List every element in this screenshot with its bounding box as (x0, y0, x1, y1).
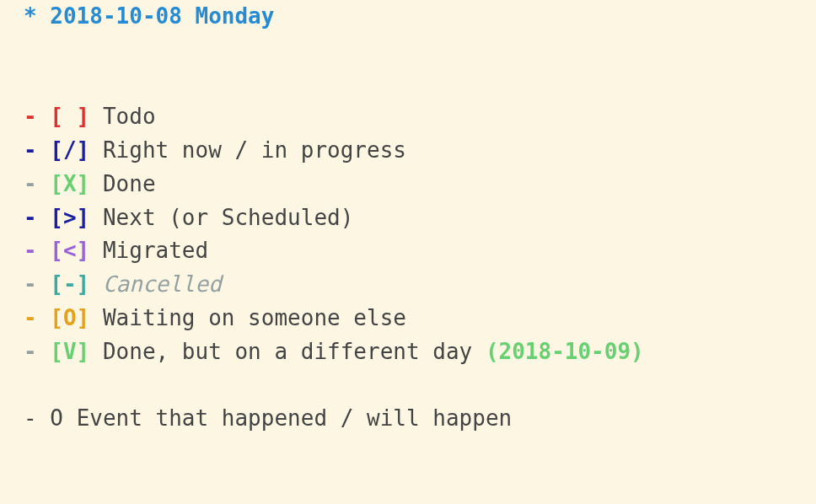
event-dash: - (24, 405, 37, 431)
heading-line: * 2018-10-08 Monday (24, 0, 792, 34)
task-dash: - (24, 339, 37, 364)
task-line: - [>] Next (or Scheduled) (24, 201, 792, 235)
blank-line (24, 34, 792, 67)
task-dash: - (24, 104, 37, 129)
event-label: Event that happened / will happen (77, 405, 513, 431)
task-line: - [/] Right now / in progress (24, 134, 792, 168)
task-label: Waiting on someone else (103, 305, 406, 330)
blank-line (24, 368, 792, 402)
task-dash: - (24, 271, 37, 297)
task-label: Todo (103, 104, 156, 129)
task-label: Cancelled (103, 271, 222, 297)
task-marker: [X] (50, 171, 89, 196)
event-mark: O (50, 405, 63, 431)
blank-line (24, 67, 792, 101)
task-marker: [/] (50, 137, 89, 163)
task-label: Next (or Scheduled) (103, 205, 353, 230)
task-line: - [-] Cancelled (24, 268, 792, 302)
item-list: - [ ] Todo- [/] Right now / in progress-… (24, 100, 792, 368)
task-label: Migrated (103, 238, 208, 263)
task-marker: [V] (50, 339, 89, 364)
task-marker: [O] (50, 305, 89, 330)
heading-text: 2018-10-08 Monday (50, 3, 274, 29)
task-marker: [>] (50, 205, 89, 230)
task-dash: - (24, 205, 37, 230)
task-line: - [ ] Todo (24, 100, 792, 134)
task-marker: [-] (50, 271, 89, 297)
task-trailing-date: (2018-10-09) (486, 339, 644, 364)
task-line: - [X] Done (24, 168, 792, 201)
task-dash: - (24, 137, 37, 163)
heading-bullet: * (24, 3, 37, 29)
task-marker: [<] (50, 238, 89, 263)
task-label: Done, but on a different day (103, 339, 486, 364)
task-dash: - (24, 238, 37, 263)
task-dash: - (24, 305, 37, 330)
event-line: - O Event that happened / will happen (24, 402, 792, 436)
task-label: Right now / in progress (103, 137, 406, 163)
task-line: - [O] Waiting on someone else (24, 302, 792, 335)
task-line: - [V] Done, but on a different day (2018… (24, 335, 792, 369)
task-line: - [<] Migrated (24, 234, 792, 268)
task-label: Done (103, 171, 156, 196)
task-marker: [ ] (50, 104, 89, 129)
task-dash: - (24, 171, 37, 196)
